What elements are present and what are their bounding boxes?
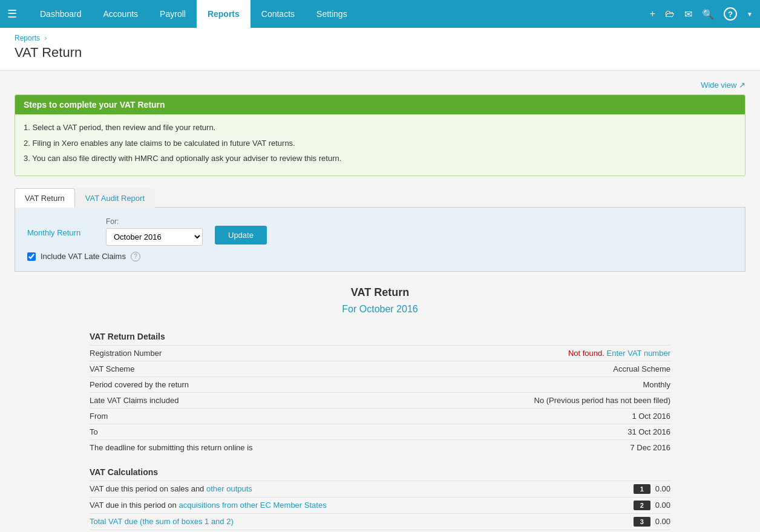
report-section: VAT Return For October 2016 VAT Return D…	[90, 286, 670, 533]
amount-3: 0.00	[655, 517, 670, 526]
help-icon[interactable]: ?	[724, 7, 737, 21]
enter-vat-link[interactable]: Enter VAT number	[607, 349, 671, 358]
filter-inner: For: October 2016 September 2016 August …	[106, 217, 203, 246]
top-navigation: ☰ Dashboard Accounts Payroll Reports Con…	[0, 0, 760, 28]
table-row: Total VAT due (the sum of boxes 1 and 2)…	[90, 513, 670, 530]
breadcrumb-separator: ›	[44, 34, 47, 42]
row-label-calc2: VAT due in this period on acquisitions f…	[90, 501, 549, 510]
row-value-scheme: Accrual Scheme	[598, 364, 670, 373]
other-outputs-link[interactable]: other outputs	[206, 484, 252, 493]
nav-contacts[interactable]: Contacts	[251, 0, 306, 28]
report-title: VAT Return	[90, 286, 670, 299]
add-icon[interactable]: +	[650, 8, 655, 19]
badge-3: 3	[634, 517, 650, 527]
row-label-late: Late VAT Claims included	[90, 396, 534, 405]
nav-accounts[interactable]: Accounts	[93, 0, 149, 28]
row-label-to: To	[90, 427, 598, 436]
breadcrumb-reports-link[interactable]: Reports	[15, 34, 40, 42]
mail-icon[interactable]: ✉	[684, 8, 692, 20]
nav-links: Dashboard Accounts Payroll Reports Conta…	[29, 0, 358, 28]
help-tooltip-icon[interactable]: ?	[131, 252, 140, 261]
wide-view-link[interactable]: Wide view ↗	[701, 80, 745, 90]
main-content: Wide view ↗ Steps to complete your VAT R…	[0, 71, 760, 532]
step1-text: 1. Select a VAT period, then review and …	[24, 122, 736, 134]
row-label-calc1: VAT due this period on sales and other o…	[90, 484, 549, 493]
table-row: Period covered by the return Monthly	[90, 376, 670, 392]
period-select[interactable]: October 2016 September 2016 August 2016	[106, 228, 203, 246]
late-claims-row: Include VAT Late Claims ?	[27, 252, 733, 261]
filter-panel: Monthly Return For: October 2016 Septemb…	[15, 208, 745, 272]
hamburger-icon[interactable]: ☰	[7, 7, 17, 21]
row-value-reg: Not found. Enter VAT number	[568, 349, 670, 358]
report-subtitle: For October 2016	[90, 304, 670, 315]
badge-2: 2	[634, 501, 650, 510]
row-label-from: From	[90, 412, 598, 421]
table-row: VAT due in this period on acquisitions f…	[90, 497, 670, 513]
row-value-period: Monthly	[598, 380, 670, 389]
nav-dashboard[interactable]: Dashboard	[29, 0, 93, 28]
wide-view-row: Wide view ↗	[15, 80, 745, 90]
update-button[interactable]: Update	[215, 226, 267, 245]
step2-text: 2. Filing in Xero enables any late claim…	[24, 137, 736, 149]
steps-header: Steps to complete your VAT Return	[15, 95, 745, 114]
amount-1: 0.00	[655, 484, 670, 493]
monthly-return-label: Monthly Return	[27, 217, 94, 237]
row-value-to: 31 Oct 2016	[598, 427, 670, 436]
table-row: From 1 Oct 2016	[90, 408, 670, 424]
table-row: VAT reclaimed in this period on purchase…	[90, 530, 670, 533]
tab-vat-return[interactable]: VAT Return	[15, 188, 75, 208]
search-icon[interactable]: 🔍	[702, 8, 714, 20]
row-label-deadline: The deadline for submitting this return …	[90, 443, 598, 452]
nav-right: + 🗁 ✉ 🔍 ? ▼	[650, 7, 753, 21]
table-row: VAT due this period on sales and other o…	[90, 481, 670, 497]
table-row: VAT Scheme Accrual Scheme	[90, 361, 670, 376]
step3-text: 3. You can also file directly with HMRC …	[24, 153, 736, 165]
row-value-late: No (Previous period has not been filed)	[534, 396, 670, 405]
tab-vat-audit[interactable]: VAT Audit Report	[75, 188, 155, 208]
row-label-scheme: VAT Scheme	[90, 364, 598, 373]
row-value-calc2: 2 0.00	[549, 501, 670, 510]
row-value-from: 1 Oct 2016	[598, 412, 670, 421]
steps-body: 1. Select a VAT period, then review and …	[15, 114, 745, 176]
tabs: VAT Return VAT Audit Report	[15, 188, 745, 208]
page-header: Reports › VAT Return	[0, 28, 760, 71]
calculations-heading: VAT Calculations	[90, 467, 670, 477]
steps-box: Steps to complete your VAT Return 1. Sel…	[15, 94, 745, 176]
table-row: The deadline for submitting this return …	[90, 439, 670, 455]
row-value-calc3: 3 0.00	[549, 517, 670, 527]
table-row: To 31 Oct 2016	[90, 424, 670, 439]
row-label-calc3: Total VAT due (the sum of boxes 1 and 2)	[90, 517, 549, 526]
badge-1: 1	[634, 484, 650, 494]
table-row: Late VAT Claims included No (Previous pe…	[90, 392, 670, 408]
folder-icon[interactable]: 🗁	[665, 8, 675, 19]
nav-left: ☰ Dashboard Accounts Payroll Reports Con…	[7, 0, 650, 28]
total-vat-link[interactable]: Total VAT due (the sum of boxes 1 and 2)	[90, 517, 234, 526]
row-value-deadline: 7 Dec 2016	[598, 443, 670, 452]
amount-2: 0.00	[655, 501, 670, 510]
nav-payroll[interactable]: Payroll	[149, 0, 197, 28]
include-late-claims-checkbox[interactable]	[27, 252, 36, 261]
dropdown-arrow-icon[interactable]: ▼	[747, 11, 753, 18]
row-label-period: Period covered by the return	[90, 380, 598, 389]
row-label-reg: Registration Number	[90, 349, 568, 358]
breadcrumb: Reports ›	[15, 34, 745, 42]
for-label: For:	[106, 217, 203, 226]
acquisitions-link[interactable]: acquisitions from other EC Member States	[179, 501, 326, 510]
include-late-claims-label: Include VAT Late Claims	[41, 252, 126, 261]
row-value-calc1: 1 0.00	[549, 484, 670, 494]
nav-settings[interactable]: Settings	[306, 0, 358, 28]
table-row: Registration Number Not found. Enter VAT…	[90, 345, 670, 361]
details-heading: VAT Return Details	[90, 332, 670, 341]
nav-reports[interactable]: Reports	[197, 0, 251, 28]
page-title: VAT Return	[15, 45, 745, 61]
